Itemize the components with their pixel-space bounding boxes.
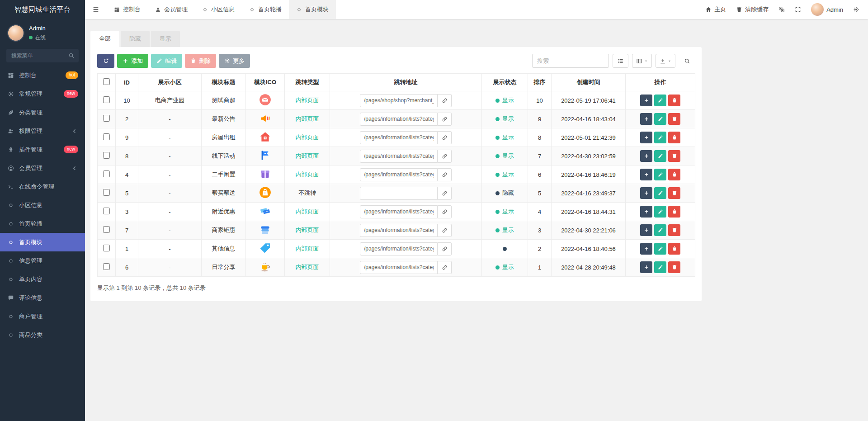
menu-toggle-icon[interactable] — [85, 0, 107, 19]
link-button[interactable] — [438, 150, 452, 163]
link-button[interactable] — [438, 113, 452, 126]
column-header[interactable]: 操作 — [626, 74, 695, 91]
status-badge[interactable]: 显示 — [495, 170, 514, 179]
column-header[interactable]: 创建时间 — [552, 74, 626, 91]
jump-url-input[interactable] — [360, 224, 438, 237]
link-button[interactable] — [438, 187, 452, 200]
sidebar-item-小区信息[interactable]: 小区信息 — [0, 196, 85, 214]
status-badge[interactable]: 显示 — [495, 96, 514, 104]
row-checkbox[interactable] — [103, 152, 110, 159]
row-delete-button[interactable] — [668, 261, 680, 273]
row-edit-button[interactable] — [654, 206, 666, 218]
sidebar-item-信息管理[interactable]: 信息管理 — [0, 251, 85, 270]
columns-button[interactable] — [632, 54, 652, 68]
sidebar-item-评论信息[interactable]: 评论信息 — [0, 289, 85, 307]
settings-button[interactable] — [848, 0, 864, 19]
link-button[interactable] — [438, 242, 452, 255]
sidebar-item-分类管理[interactable]: 分类管理 — [0, 103, 85, 122]
home-link[interactable]: 主页 — [700, 0, 731, 19]
sidebar-item-首页轮播[interactable]: 首页轮播 — [0, 214, 85, 233]
row-edit-button[interactable] — [654, 187, 666, 199]
clear-cache-button[interactable]: 清除缓存 — [731, 0, 774, 19]
add-button[interactable]: 添加 — [117, 54, 148, 68]
row-delete-button[interactable] — [668, 187, 680, 199]
link-button[interactable] — [438, 94, 452, 107]
jump-url-input[interactable] — [360, 131, 438, 144]
select-all-checkbox[interactable] — [103, 78, 110, 85]
column-header[interactable]: ID — [116, 74, 138, 91]
sidebar-item-商品分类[interactable]: 商品分类 — [0, 326, 85, 344]
link-button[interactable] — [438, 168, 452, 181]
sidebar-item-会员管理[interactable]: 会员管理 — [0, 159, 85, 177]
row-expand-button[interactable] — [640, 150, 652, 162]
row-delete-button[interactable] — [668, 206, 680, 218]
fullscreen-button[interactable] — [790, 0, 806, 19]
sidebar-item-插件管理[interactable]: 插件管理new — [0, 140, 85, 159]
sidebar-item-常规管理[interactable]: 常规管理new — [0, 85, 85, 103]
column-header[interactable]: 模块标题 — [202, 74, 246, 91]
profile-menu[interactable]: Admin — [806, 0, 848, 19]
jump-url-input[interactable] — [360, 168, 438, 181]
status-badge[interactable]: 显示 — [495, 152, 514, 160]
status-badge[interactable]: 显示 — [495, 208, 514, 216]
row-edit-button[interactable] — [654, 243, 666, 255]
status-badge[interactable]: 显示 — [495, 226, 514, 234]
row-expand-button[interactable] — [640, 261, 652, 273]
column-header[interactable]: 跳转地址 — [330, 74, 482, 91]
link-button[interactable] — [438, 131, 452, 144]
column-header[interactable]: 模块ICO — [246, 74, 285, 91]
row-delete-button[interactable] — [668, 132, 680, 143]
jump-url-input[interactable] — [360, 113, 438, 126]
row-expand-button[interactable] — [640, 95, 652, 106]
row-checkbox[interactable] — [103, 208, 110, 214]
menu-search-input[interactable] — [6, 49, 79, 62]
sidebar-item-在线命令管理[interactable]: 在线命令管理 — [0, 177, 85, 196]
jump-url-input[interactable] — [360, 261, 438, 274]
filter-tab-全部[interactable]: 全部 — [90, 31, 119, 47]
more-button[interactable]: 更多 — [219, 54, 250, 68]
row-expand-button[interactable] — [640, 169, 652, 180]
sidebar-item-商户管理[interactable]: 商户管理 — [0, 307, 85, 326]
row-edit-button[interactable] — [654, 261, 666, 273]
translate-button[interactable] — [774, 0, 790, 19]
topbar-tab-首页轮播[interactable]: 首页轮播 — [242, 0, 289, 19]
jump-url-input[interactable] — [360, 205, 438, 218]
table-search-input[interactable] — [532, 54, 609, 68]
sidebar-item-权限管理[interactable]: 权限管理 — [0, 122, 85, 140]
row-checkbox[interactable] — [103, 96, 110, 103]
topbar-tab-控制台[interactable]: 控制台 — [107, 0, 148, 19]
column-header[interactable]: 展示小区 — [138, 74, 202, 91]
topbar-tab-会员管理[interactable]: 会员管理 — [148, 0, 195, 19]
refresh-button[interactable] — [97, 54, 114, 68]
status-badge[interactable] — [503, 247, 507, 251]
jump-url-input[interactable] — [360, 94, 438, 107]
filter-tab-显示[interactable]: 显示 — [151, 31, 180, 47]
link-button[interactable] — [438, 205, 452, 218]
jump-url-input[interactable] — [360, 150, 438, 163]
status-badge[interactable]: 显示 — [495, 133, 514, 142]
edit-button[interactable]: 编辑 — [151, 54, 182, 68]
jump-url-input[interactable] — [360, 187, 438, 200]
row-delete-button[interactable] — [668, 243, 680, 255]
topbar-tab-小区信息[interactable]: 小区信息 — [195, 0, 242, 19]
row-checkbox[interactable] — [103, 133, 110, 140]
delete-button[interactable]: 删除 — [185, 54, 216, 68]
sidebar-item-单页内容[interactable]: 单页内容 — [0, 270, 85, 289]
search-button[interactable] — [679, 54, 695, 68]
row-expand-button[interactable] — [640, 113, 652, 125]
row-delete-button[interactable] — [668, 224, 680, 236]
row-edit-button[interactable] — [654, 224, 666, 236]
row-edit-button[interactable] — [654, 95, 666, 106]
row-delete-button[interactable] — [668, 113, 680, 125]
row-edit-button[interactable] — [654, 113, 666, 125]
link-button[interactable] — [438, 224, 452, 237]
row-delete-button[interactable] — [668, 169, 680, 180]
toggle-view-button[interactable] — [613, 54, 628, 68]
row-expand-button[interactable] — [640, 224, 652, 236]
row-expand-button[interactable] — [640, 243, 652, 255]
row-edit-button[interactable] — [654, 150, 666, 162]
jump-url-input[interactable] — [360, 242, 438, 255]
row-checkbox[interactable] — [103, 245, 110, 251]
row-checkbox[interactable] — [103, 170, 110, 177]
row-delete-button[interactable] — [668, 150, 680, 162]
